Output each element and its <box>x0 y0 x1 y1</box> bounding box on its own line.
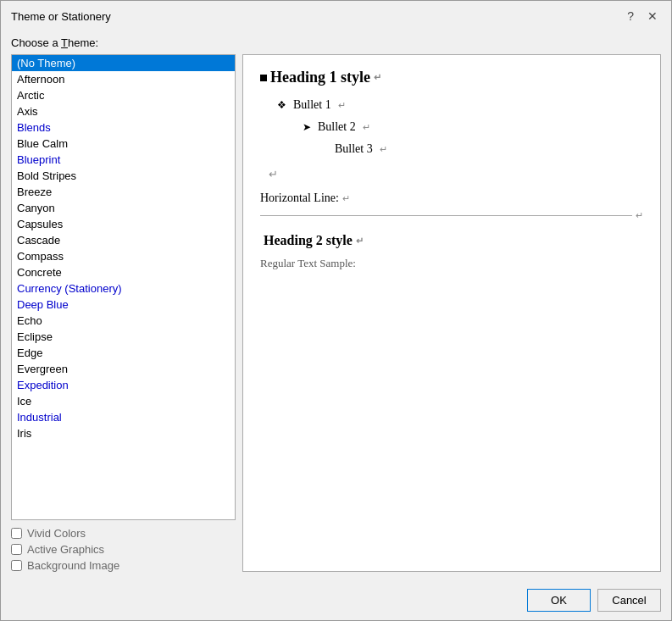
preview-bullet3-text: Bullet 3 <box>335 142 373 156</box>
preview-return-line: ↵ <box>269 168 643 181</box>
theme-list-item[interactable]: Blue Calm <box>12 136 235 152</box>
theme-list-item[interactable]: Deep Blue <box>12 297 235 313</box>
horizontal-rule <box>260 215 632 216</box>
preview-bullet2-text: Bullet 2 <box>318 120 356 134</box>
theme-list-item[interactable]: Blueprint <box>12 152 235 168</box>
theme-list-item[interactable]: Echo <box>12 313 235 329</box>
theme-list-item[interactable]: Industrial <box>12 409 235 425</box>
theme-list-item[interactable]: Bold Stripes <box>12 168 235 184</box>
preview-horizontal-label: Horizontal Line: ↵ <box>260 191 643 205</box>
preview-heading2: Heading 2 style ↵ <box>260 233 643 248</box>
theme-list-item[interactable]: Expedition <box>12 377 235 393</box>
horizontal-line-text: Horizontal Line: <box>260 191 339 205</box>
theme-or-stationery-dialog: Theme or Stationery ? ✕ Choose a Theme: … <box>0 0 672 621</box>
close-button[interactable]: ✕ <box>644 8 661 25</box>
active-graphics-label: Active Graphics <box>27 543 104 556</box>
preview-heading1: Heading 1 style ↵ <box>260 69 643 86</box>
bullet1-icon: ❖ <box>277 99 286 112</box>
title-bar: Theme or Stationery ? ✕ <box>1 1 671 30</box>
heading1-bullet-icon <box>260 75 267 81</box>
preview-heading2-text: Heading 2 style <box>264 233 353 248</box>
preview-regular-text: Regular Text Sample: <box>260 257 643 270</box>
bullet3-return: ↵ <box>380 144 387 155</box>
horizontal-line-return: ↵ <box>342 193 350 204</box>
preview-bullet3: Bullet 3 ↵ <box>328 142 643 156</box>
preview-heading1-text: Heading 1 style <box>270 69 370 86</box>
theme-list-container: (No Theme)AfternoonArcticAxisBlendsBlue … <box>11 54 236 520</box>
heading1-return: ↵ <box>374 72 381 83</box>
theme-list[interactable]: (No Theme)AfternoonArcticAxisBlendsBlue … <box>12 55 235 519</box>
bullet2-return: ↵ <box>363 122 370 133</box>
help-button[interactable]: ? <box>624 8 637 25</box>
preview-bullet2: ➤ Bullet 2 ↵ <box>303 120 643 134</box>
list-panel: (No Theme)AfternoonArcticAxisBlendsBlue … <box>11 54 236 572</box>
theme-list-item[interactable]: Cascade <box>12 232 235 248</box>
preview-panel: Heading 1 style ↵ ❖ Bullet 1 ↵ ➤ Bullet … <box>242 54 661 572</box>
background-image-checkbox[interactable]: Background Image <box>11 559 236 572</box>
theme-list-item[interactable]: Currency (Stationery) <box>12 280 235 297</box>
vivid-colors-input[interactable] <box>11 528 22 539</box>
background-image-label: Background Image <box>27 559 119 572</box>
active-graphics-input[interactable] <box>11 544 22 555</box>
theme-list-item[interactable]: Ice <box>12 393 235 409</box>
ok-button[interactable]: OK <box>527 589 591 612</box>
main-content: (No Theme)AfternoonArcticAxisBlendsBlue … <box>11 54 661 572</box>
preview-bullet1: ❖ Bullet 1 ↵ <box>277 98 643 112</box>
theme-list-item[interactable]: Canyon <box>12 200 235 216</box>
vivid-colors-checkbox[interactable]: Vivid Colors <box>11 527 236 540</box>
preview-bullet1-text: Bullet 1 <box>293 98 331 112</box>
bullet2-icon: ➤ <box>303 121 311 134</box>
hr-return: ↵ <box>636 210 643 221</box>
heading2-return: ↵ <box>356 236 364 247</box>
title-bar-controls: ? ✕ <box>624 8 661 25</box>
theme-list-item[interactable]: Capsules <box>12 216 235 232</box>
dialog-body: Choose a Theme: (No Theme)AfternoonArcti… <box>1 30 671 582</box>
theme-list-item[interactable]: Edge <box>12 345 235 361</box>
theme-list-item[interactable]: Evergreen <box>12 361 235 377</box>
theme-list-item[interactable]: Blends <box>12 119 235 136</box>
theme-list-item[interactable]: Arctic <box>12 87 235 103</box>
active-graphics-checkbox[interactable]: Active Graphics <box>11 543 236 556</box>
dialog-title: Theme or Stationery <box>11 10 111 23</box>
theme-list-item[interactable]: Breeze <box>12 184 235 200</box>
dialog-footer: OK Cancel <box>1 582 671 620</box>
vivid-colors-label: Vivid Colors <box>27 527 86 540</box>
choose-theme-label: Choose a Theme: <box>11 36 661 49</box>
background-image-input[interactable] <box>11 560 22 571</box>
theme-list-item[interactable]: Iris <box>12 425 235 441</box>
theme-list-item[interactable]: (No Theme) <box>12 55 235 71</box>
bullet1-return: ↵ <box>338 100 346 111</box>
cancel-button[interactable]: Cancel <box>597 589 661 612</box>
theme-list-item[interactable]: Eclipse <box>12 329 235 345</box>
theme-list-item[interactable]: Afternoon <box>12 71 235 87</box>
theme-list-item[interactable]: Concrete <box>12 264 235 280</box>
theme-list-item[interactable]: Axis <box>12 103 235 119</box>
checkboxes-panel: Vivid Colors Active Graphics Background … <box>11 527 236 572</box>
preview-hr-container: ↵ <box>260 210 643 221</box>
theme-list-item[interactable]: Compass <box>12 248 235 264</box>
